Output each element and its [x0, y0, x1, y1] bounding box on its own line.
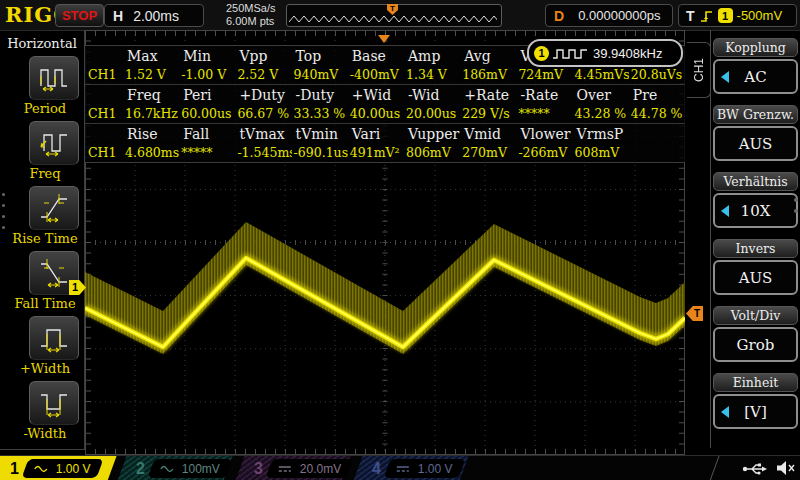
pos-width-icon [38, 322, 70, 354]
neg-width-icon [38, 387, 70, 419]
trigger-info-box[interactable]: T 1 -500mV [678, 4, 797, 27]
menu-item-volt-div[interactable]: Volt/Div Grob [713, 306, 798, 364]
left-menu-page-dots [2, 193, 5, 237]
timebase-label: H [113, 8, 123, 24]
timebase-value: 2.00ms [133, 8, 179, 24]
menu-item-invers[interactable]: Invers AUS [713, 239, 798, 297]
menu-item-kopplung[interactable]: Kopplung AC [713, 38, 798, 96]
trigger-source-badge: 1 [718, 8, 733, 23]
memory-waveform-preview[interactable]: T [286, 4, 502, 27]
channel1-tab[interactable]: 1 1.00 V [0, 456, 117, 480]
select-arrow-icon [721, 205, 729, 217]
menu-item-period[interactable]: Period [0, 56, 84, 116]
dc-coupling-icon [396, 464, 410, 474]
trigger-position-marker-icon[interactable] [378, 35, 390, 43]
select-arrow-icon [721, 406, 729, 418]
channel-status-bar: 1 1.00 V 2 100mV 3 20.0mV 4 [0, 455, 800, 480]
memory-depth: 6.00M pts [226, 15, 276, 28]
freq-icon [38, 127, 70, 159]
usb-icon [742, 461, 768, 476]
top-status-bar: RIGOL STOP H 2.00ms 250MSa/s 6.00M pts T… [0, 0, 800, 31]
channel-menu-tab: CH1 [687, 42, 711, 98]
menu-item-einheit[interactable]: Einheit [V] [713, 373, 798, 431]
trigger-level-value: -500mV [737, 8, 783, 23]
ac-coupling-icon [160, 464, 174, 474]
acquisition-info: 250MSa/s 6.00M pts [226, 2, 276, 28]
right-menu-page-dots [794, 198, 798, 220]
period-icon [38, 62, 70, 94]
counter-frequency-value: 39.9408kHz [593, 46, 662, 61]
speaker-muted-icon [776, 460, 796, 476]
delay-label: D [554, 8, 564, 24]
run-state-button[interactable]: STOP [55, 4, 104, 27]
frequency-counter: 1 39.9408kHz [527, 39, 683, 67]
measure-category-title: Horizontal [0, 30, 84, 51]
menu-item-pos-width[interactable]: +Width [0, 316, 84, 376]
rising-edge-icon [699, 8, 714, 24]
trigger-label: T [686, 8, 695, 24]
channel2-tab[interactable]: 2 100mV [117, 456, 232, 480]
menu-item-neg-width[interactable]: -Width [0, 381, 84, 441]
dc-coupling-icon [278, 464, 292, 474]
waveform-display: MaxMinVppTopBaseAmpAvgVrmsAreaPAreaCH11.… [85, 30, 685, 455]
right-channel-menu: CH1 Kopplung AC BW Grenzw. AUS Verhältni… [686, 30, 800, 455]
fall-time-icon [38, 257, 70, 289]
ac-coupling-icon [34, 464, 48, 474]
menu-item-freq[interactable]: Freq [0, 121, 84, 181]
menu-item-verhaeltnis[interactable]: Verhältnis 10X [713, 172, 798, 230]
rise-time-icon [38, 192, 70, 224]
channel4-tab[interactable]: 4 1.00 V [353, 456, 468, 480]
left-measure-menu: Horizontal Period Freq Rise Time Fa [0, 30, 85, 450]
channel3-tab[interactable]: 3 20.0mV [235, 456, 350, 480]
horizontal-timebase-box[interactable]: H 2.00ms [104, 4, 204, 27]
delay-box[interactable]: D 0.00000000ps [545, 4, 673, 27]
sample-rate: 250MSa/s [226, 2, 276, 15]
menu-item-rise-time[interactable]: Rise Time [0, 186, 84, 246]
counter-source-badge: 1 [534, 46, 549, 61]
menu-item-bw-grenzw[interactable]: BW Grenzw. AUS [713, 105, 798, 163]
square-wave-icon [552, 47, 588, 60]
status-divider [709, 456, 719, 480]
delay-value: 0.00000000ps [578, 8, 660, 23]
select-arrow-icon [721, 71, 729, 83]
